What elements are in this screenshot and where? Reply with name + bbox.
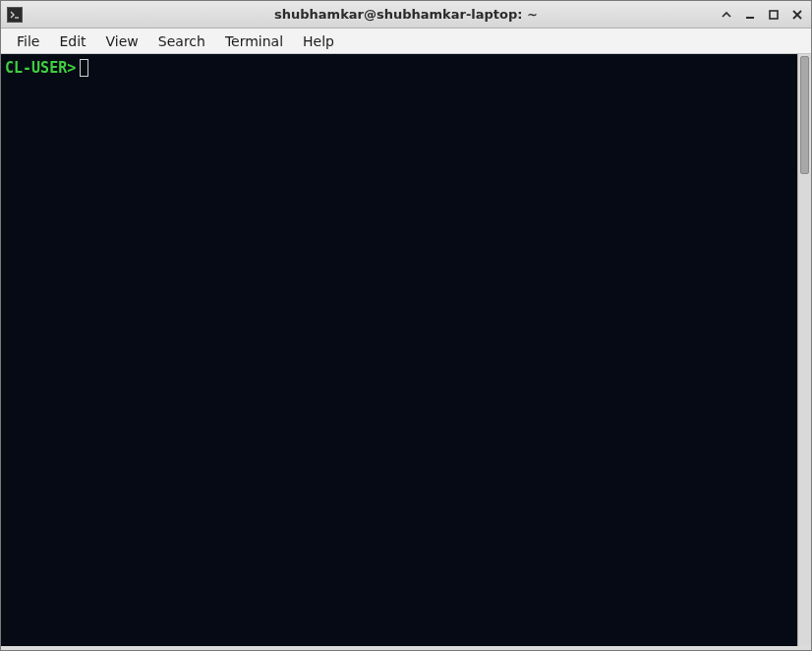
menu-edit[interactable]: Edit — [49, 30, 95, 52]
menu-file[interactable]: File — [7, 30, 49, 52]
close-button[interactable] — [789, 7, 805, 23]
vertical-scrollbar[interactable] — [797, 54, 811, 646]
window-bottom-border — [1, 646, 811, 650]
window-controls — [719, 7, 805, 23]
menubar: File Edit View Search Terminal Help — [1, 29, 811, 54]
terminal-content[interactable]: CL-USER> — [1, 54, 797, 646]
terminal-window: shubhamkar@shubhamkar-laptop: ~ File Edi… — [0, 0, 812, 651]
menu-help[interactable]: Help — [293, 30, 344, 52]
terminal-area: CL-USER> — [1, 54, 811, 646]
svg-rect-2 — [770, 11, 778, 19]
repl-prompt: CL-USER> — [5, 59, 76, 77]
rollup-button[interactable] — [719, 7, 734, 23]
scrollbar-thumb[interactable] — [800, 56, 809, 174]
menu-terminal[interactable]: Terminal — [215, 30, 293, 52]
menu-search[interactable]: Search — [148, 30, 215, 52]
maximize-button[interactable] — [766, 7, 782, 23]
cursor-icon — [80, 59, 88, 77]
menu-view[interactable]: View — [96, 30, 148, 52]
window-title: shubhamkar@shubhamkar-laptop: ~ — [1, 7, 811, 22]
minimize-button[interactable] — [742, 7, 758, 23]
titlebar[interactable]: shubhamkar@shubhamkar-laptop: ~ — [1, 1, 811, 29]
app-terminal-icon — [7, 7, 23, 23]
